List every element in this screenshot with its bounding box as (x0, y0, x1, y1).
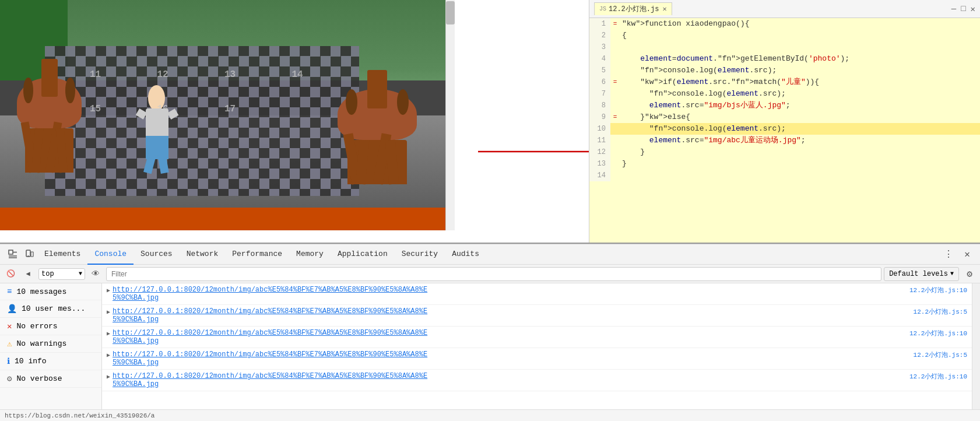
line-code: }"kw">else{ (620, 111, 980, 123)
sidebar-item-icon: ≡ (7, 287, 12, 296)
msg-url-end: 5%9C%BA.jpg (113, 337, 905, 345)
close-devtools-button[interactable]: ✕ (959, 246, 975, 262)
msg-source[interactable]: 12.2小灯泡.js:10 (909, 372, 967, 381)
msg-source[interactable]: 12.2小灯泡.js:5 (914, 350, 967, 359)
code-content: 1="kw">function xiaodengpao(){2{34 eleme… (589, 18, 980, 243)
code-line: 11 element.src="img/abc儿童运动场.jpg"; (589, 135, 980, 146)
log-levels-selector[interactable]: Default levels ▼ (884, 267, 959, 281)
msg-url[interactable]: http://127.0.0.1:8020/12month/img/abc%E5… (113, 372, 427, 380)
msg-url[interactable]: http://127.0.0.1:8020/12month/img/abc%E5… (113, 329, 427, 337)
sidebar-item-10-messages[interactable]: ≡10 messages (0, 283, 101, 300)
msg-expand-icon[interactable]: ▶ (107, 287, 110, 294)
code-line: 9= }"kw">else{ (589, 111, 980, 123)
devtools-tab-network[interactable]: Network (180, 244, 226, 265)
devtools-tab-performance[interactable]: Performance (225, 244, 289, 265)
msg-source[interactable]: 12.2小灯泡.js:10 (909, 329, 967, 338)
clear-console-button[interactable]: 🚫 (2, 266, 19, 282)
sidebar-item-no-warnings[interactable]: ⚠No warnings (0, 335, 101, 353)
devtools-tab-application[interactable]: Application (331, 244, 395, 265)
line-code: { (620, 30, 980, 41)
console-body: ≡10 messages👤10 user mes...✕No errors⚠No… (0, 283, 980, 409)
msg-expand-icon[interactable]: ▶ (107, 330, 110, 337)
code-line: 3 (589, 41, 980, 53)
msg-expand-icon[interactable]: ▶ (107, 308, 110, 315)
more-options-button[interactable]: ⋮ (940, 246, 957, 262)
devtools-tab-audits[interactable]: Audits (445, 244, 486, 265)
code-tab[interactable]: JS 12.2小灯泡.js ✕ (594, 2, 672, 15)
sidebar-item-label: No errors (16, 322, 57, 331)
minimize-button[interactable]: — (951, 4, 956, 14)
console-sidebar: ≡10 messages👤10 user mes...✕No errors⚠No… (0, 283, 102, 409)
maximize-button[interactable]: □ (961, 4, 965, 14)
devtools-tabs: ElementsConsoleSourcesNetworkPerformance… (37, 244, 486, 265)
console-icons: 🚫 ◀ (2, 266, 36, 282)
context-selector[interactable]: top ▼ (38, 268, 85, 280)
status-url: https://blog.csdn.net/weixin_43519026/a (5, 412, 154, 419)
browser-viewport: 11 12 13 14 15 16 17 (0, 0, 589, 243)
line-indicator: = (610, 18, 620, 30)
msg-url-end: 5%9C%BA.jpg (113, 315, 909, 324)
console-message[interactable]: ▶http://127.0.0.1:8020/12month/img/abc%E… (102, 283, 972, 305)
msg-url[interactable]: http://127.0.0.1:8020/12month/img/abc%E5… (113, 286, 427, 294)
sidebar-item-10-user-mes...[interactable]: 👤10 user mes... (0, 300, 101, 318)
sidebar-item-icon: 👤 (7, 304, 17, 314)
code-line: 1="kw">function xiaodengpao(){ (589, 18, 980, 30)
code-editor-controls: — □ ✕ (951, 4, 975, 14)
line-number: 2 (589, 30, 610, 41)
inspect-element-button[interactable] (5, 246, 21, 262)
code-line: 12 } (589, 146, 980, 158)
msg-expand-icon[interactable]: ▶ (107, 373, 110, 380)
console-message[interactable]: ▶http://127.0.0.1:8020/12month/img/abc%E… (102, 370, 972, 391)
msg-url[interactable]: http://127.0.0.1:8020/12month/img/abc%E5… (113, 350, 427, 359)
top-area: 11 12 13 14 15 16 17 (0, 0, 980, 243)
code-line: 10 "fn">console.log(element.src); (589, 123, 980, 135)
devtools-toolbar-right: ⋮ ✕ (940, 246, 975, 262)
msg-url-end: 5%9C%BA.jpg (113, 294, 905, 302)
levels-label: Default levels (889, 270, 948, 278)
code-line: 8 element.src="img/bjs小蓝人.jpg"; (589, 100, 980, 111)
console-nav-prev[interactable]: ◀ (20, 266, 36, 282)
msg-source[interactable]: 12.2小灯泡.js:10 (909, 286, 967, 294)
devtools-tab-elements[interactable]: Elements (37, 244, 87, 265)
msg-source[interactable]: 12.2小灯泡.js:5 (914, 307, 967, 316)
line-number: 8 (589, 100, 610, 111)
sidebar-item-icon: ⚙ (7, 374, 12, 384)
devtools-tab-memory[interactable]: Memory (289, 244, 331, 265)
code-line: 7 "fn">console.log(element.src); (589, 88, 980, 100)
line-number: 11 (589, 135, 610, 146)
code-line: 13} (589, 158, 980, 170)
sidebar-item-no-verbose[interactable]: ⚙No verbose (0, 370, 101, 388)
console-settings-button[interactable]: ⚙ (961, 266, 978, 282)
mobile-toggle-button[interactable] (21, 246, 37, 262)
sidebar-item-no-errors[interactable]: ✕No errors (0, 318, 101, 335)
line-number: 4 (589, 53, 610, 65)
line-code: } (620, 146, 980, 158)
console-message[interactable]: ▶http://127.0.0.1:8020/12month/img/abc%E… (102, 327, 972, 348)
msg-url[interactable]: http://127.0.0.1:8020/12month/img/abc%E5… (113, 307, 427, 315)
sidebar-item-label: 10 info (15, 357, 47, 366)
devtools-tab-console[interactable]: Console (87, 244, 134, 265)
filter-input[interactable] (106, 267, 881, 281)
image-scrollbar-thumb[interactable] (446, 1, 455, 24)
line-number: 3 (589, 41, 610, 53)
svg-rect-8 (31, 252, 33, 257)
code-tab-close[interactable]: ✕ (662, 5, 666, 13)
console-message[interactable]: ▶http://127.0.0.1:8020/12month/img/abc%E… (102, 348, 972, 370)
sidebar-item-icon: ℹ (7, 356, 10, 366)
console-message[interactable]: ▶http://127.0.0.1:8020/12month/img/abc%E… (102, 305, 972, 327)
eye-icon[interactable]: 👁 (87, 266, 104, 282)
sidebar-item-label: No warnings (16, 339, 66, 348)
close-editor-button[interactable]: ✕ (971, 4, 975, 14)
line-indicator: = (610, 111, 620, 123)
sidebar-item-10-info[interactable]: ℹ10 info (0, 353, 101, 370)
code-line: 2{ (589, 30, 980, 41)
line-number: 6 (589, 76, 610, 88)
line-number: 9 (589, 111, 610, 123)
line-number: 13 (589, 158, 610, 170)
devtools-tab-sources[interactable]: Sources (134, 244, 180, 265)
code-line: 14 (589, 170, 980, 181)
msg-expand-icon[interactable]: ▶ (107, 352, 110, 359)
image-scrollbar[interactable] (445, 0, 455, 230)
console-scrollbar[interactable] (972, 283, 980, 409)
devtools-tab-security[interactable]: Security (395, 244, 445, 265)
